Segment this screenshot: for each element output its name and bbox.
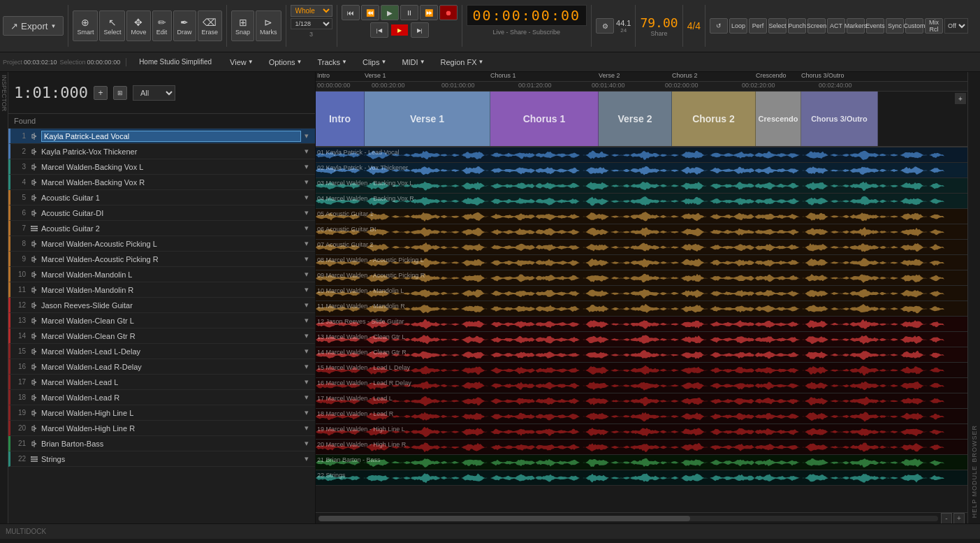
track-lane[interactable]: 12 Jason Reeves - Slide Guitar — [316, 317, 967, 332]
track-menu-button[interactable]: ▾ — [301, 208, 312, 219]
track-lanes-scroll[interactable]: 01 Kayla Patrick - Lead Vocal02 Kayla Pa… — [316, 147, 967, 512]
track-menu-button[interactable]: ▾ — [301, 331, 312, 342]
track-menu-button[interactable]: ▾ — [301, 161, 312, 173]
punch-button[interactable]: Punch — [788, 18, 806, 34]
crescendo-section[interactable]: Crescendo — [756, 92, 801, 146]
track-lane[interactable]: 06 Acoustic Guitar DI — [316, 224, 967, 240]
track-lane[interactable]: 03 Marcel Walden - Backing Vox L — [316, 178, 967, 194]
track-filter-select[interactable]: All — [133, 85, 175, 101]
scroll-track[interactable] — [319, 516, 938, 521]
track-menu-button[interactable]: ▾ — [301, 238, 312, 249]
track-menu-button[interactable]: ▾ — [301, 300, 312, 311]
markers-button[interactable]: Markers — [847, 18, 865, 34]
track-lane[interactable]: 02 Kayla Patrick - Vox Thickener — [316, 163, 967, 178]
track-menu-button[interactable]: ▾ — [301, 131, 312, 142]
track-row[interactable]: 14 Marcel Walden-Clean Gtr R ▾ — [8, 328, 315, 344]
edit-tool-button[interactable]: ✏ Edit — [152, 10, 172, 41]
snap-fraction-select[interactable]: 1/128 — [291, 18, 332, 29]
marks-button[interactable]: ⊳ Marks — [256, 10, 281, 41]
tracks-menu[interactable]: Tracks ▼ — [312, 57, 353, 68]
track-lane[interactable]: 05 Acoustic Guitar 1 — [316, 209, 967, 224]
chorus3-section[interactable]: Chorus 3/Outro — [801, 92, 878, 146]
track-row[interactable]: 11 Marcel Walden-Mandolin R ▾ — [8, 282, 315, 298]
track-row[interactable]: 2 Kayla Patrick-Vox Thickener ▾ — [8, 144, 315, 159]
track-lane[interactable]: 17 Marcel Walden - Lead L — [316, 393, 967, 409]
play-button[interactable]: ▶ — [381, 5, 399, 20]
track-row[interactable]: 10 Marcel Walden-Mandolin L ▾ — [8, 267, 315, 282]
track-menu-button[interactable]: ▾ — [301, 177, 312, 188]
events-button[interactable]: Events — [866, 18, 884, 34]
track-menu-button[interactable]: ▾ — [301, 254, 312, 265]
next-marker-button[interactable]: ▶| — [411, 22, 429, 38]
track-menu-button[interactable]: ▾ — [301, 192, 312, 203]
fast-forward-button[interactable]: ⏩ — [420, 5, 438, 20]
track-row[interactable]: 22 Strings ▾ — [8, 451, 315, 467]
timeline-ruler[interactable]: Intro Verse 1 Chorus 1 Verse 2 Chorus 2 … — [316, 72, 967, 92]
draw-tool-button[interactable]: ✒ Draw — [173, 10, 196, 41]
select-tool-button[interactable]: ↖ Select — [99, 10, 125, 41]
screen-button[interactable]: Screen — [807, 18, 826, 34]
track-menu-button[interactable]: ▾ — [301, 269, 312, 280]
track-lane[interactable]: 11 Marcel Walden - Mandolin R — [316, 301, 967, 317]
track-row[interactable]: 5 Acoustic Guitar 1 ▾ — [8, 190, 315, 205]
track-row[interactable]: 15 Marcel Walden-Lead L-Delay ▾ — [8, 344, 315, 359]
track-menu-button[interactable]: ▾ — [301, 284, 312, 296]
expand-sections-button[interactable]: + — [955, 93, 966, 104]
prev-marker-button[interactable]: |◀ — [370, 22, 388, 38]
whole-select[interactable]: Whole — [291, 5, 332, 17]
scroll-thumb[interactable] — [319, 516, 690, 521]
track-menu-button[interactable]: ▾ — [301, 346, 312, 357]
track-name-input[interactable] — [41, 131, 301, 142]
midi-menu[interactable]: MIDI ▼ — [396, 57, 430, 68]
rewind-button[interactable]: ⏪ — [361, 5, 379, 20]
track-row[interactable]: 1 ▾ — [8, 129, 315, 144]
track-menu-button[interactable]: ▾ — [301, 315, 312, 326]
track-lane[interactable]: 10 Marcel Walden - Mandolin L — [316, 286, 967, 301]
export-button[interactable]: ↗ Export ▼ — [3, 16, 64, 36]
bpm-display[interactable]: 79.00 — [640, 15, 678, 30]
track-lane[interactable]: 20 Marcel Walden - High Line R — [316, 440, 967, 455]
rewind-to-start-button[interactable]: ⏮ — [342, 5, 360, 20]
track-menu-button[interactable]: ▾ — [301, 454, 312, 465]
track-row[interactable]: 21 Brian Barton-Bass ▾ — [8, 436, 315, 451]
add-marker-button[interactable]: + — [94, 86, 108, 100]
track-row[interactable]: 18 Marcel Walden-Lead R ▾ — [8, 390, 315, 405]
track-lane[interactable]: 09 Marcel Walden - Acoustic Picking R — [316, 270, 967, 286]
verse1-section[interactable]: Verse 1 — [365, 92, 490, 146]
track-menu-button[interactable]: ▾ — [301, 392, 312, 403]
verse2-section[interactable]: Verse 2 — [599, 92, 672, 146]
track-row[interactable]: 20 Marcel Walden-High Line R ▾ — [8, 421, 315, 436]
track-row[interactable]: 16 Marcel Walden-Lead R-Delay ▾ — [8, 359, 315, 375]
track-lane[interactable]: 14 Marcel Walden - Clean Gtr R — [316, 347, 967, 363]
options-menu[interactable]: Options ▼ — [263, 57, 308, 68]
track-row[interactable]: 19 Marcel Walden-High Line L ▾ — [8, 405, 315, 421]
act-button[interactable]: ACT — [827, 18, 845, 34]
track-lane[interactable]: 16 Marcel Walden - Lead R Delay — [316, 378, 967, 393]
track-menu-button[interactable]: ▾ — [301, 407, 312, 419]
track-row[interactable]: 12 Jason Reeves-Slide Guitar ▾ — [8, 298, 315, 313]
track-menu-button[interactable]: ▾ — [301, 438, 312, 449]
track-row[interactable]: 6 Acoustic Guitar-DI ▾ — [8, 205, 315, 221]
track-row[interactable]: 8 Marcel Walden-Acoustic Picking L ▾ — [8, 236, 315, 252]
clips-menu[interactable]: Clips ▼ — [357, 57, 392, 68]
track-list[interactable]: 1 ▾ 2 Kayla Patrick-Vox Thickener ▾ 3 Ma… — [8, 129, 315, 523]
set-marker-button[interactable]: ⊞ — [113, 86, 127, 100]
mix-rcl-button[interactable]: Mix Rcl — [925, 18, 943, 34]
track-menu-button[interactable]: ▾ — [301, 423, 312, 434]
track-row[interactable]: 17 Marcel Walden-Lead L ▾ — [8, 375, 315, 390]
pause-button[interactable]: ⏸ — [400, 5, 418, 20]
smart-tool-button[interactable]: ⊕ Smart — [73, 10, 98, 41]
track-lane[interactable]: 15 Marcel Walden - Lead L Delay — [316, 363, 967, 378]
track-lane[interactable]: 08 Marcel Walden - Acoustic Picking L — [316, 255, 967, 270]
chorus1-section[interactable]: Chorus 1 — [490, 92, 599, 146]
horizontal-scrollbar[interactable]: - + — [316, 512, 967, 523]
track-lane[interactable]: 21 Brian Barton - Bass — [316, 455, 967, 470]
track-lane[interactable]: 19 Marcel Walden - High Line L — [316, 424, 967, 440]
zoom-in-button[interactable]: + — [953, 513, 965, 524]
track-menu-button[interactable]: ▾ — [301, 361, 312, 372]
chorus2-section[interactable]: Chorus 2 — [672, 92, 756, 146]
mode-select[interactable]: Off — [944, 18, 968, 34]
track-lane[interactable]: 22 Strings — [316, 470, 967, 486]
snap-button[interactable]: ⊞ Snap — [231, 10, 254, 41]
view-menu[interactable]: View ▼ — [224, 57, 259, 68]
